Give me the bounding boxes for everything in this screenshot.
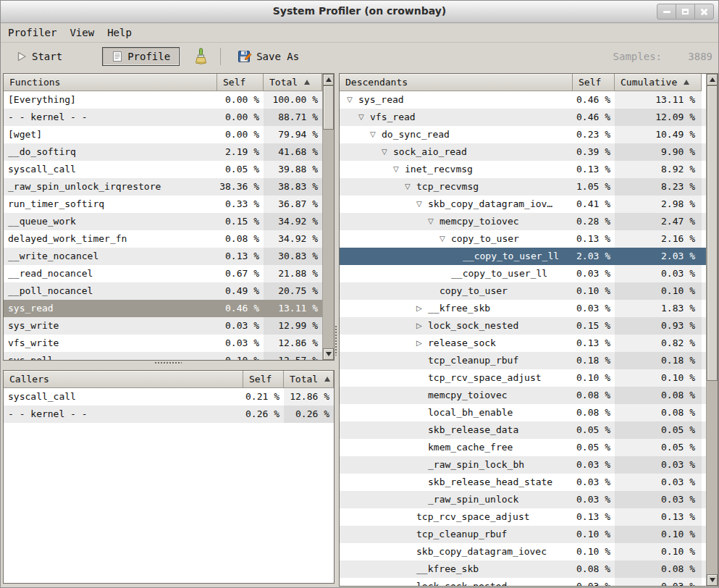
tree-row[interactable]: ▷ lock_sock_nested 0.15 % 0.93 % — [340, 317, 718, 335]
tree-row[interactable]: ▷ release_sock 0.13 % 0.82 % — [340, 335, 718, 352]
save-as-button[interactable]: Save As — [228, 46, 308, 67]
scroll-down-button[interactable] — [707, 574, 718, 586]
table-row[interactable]: __read_nocancel 0.67 % 21.88 % — [4, 265, 334, 282]
callers-header: Callers Self Total — [4, 371, 334, 388]
total-column-header[interactable]: Total — [264, 74, 322, 91]
expander-icon[interactable]: ▽ — [382, 143, 393, 161]
tree-row[interactable]: memcpy_toiovec 0.08 % 0.08 % — [340, 387, 718, 404]
vertical-splitter-handle[interactable] — [335, 325, 338, 356]
expander-icon[interactable]: ▽ — [393, 161, 405, 178]
expander-icon[interactable]: ▽ — [440, 230, 451, 248]
titlebar[interactable]: System Profiler (on crownbay) — [1, 1, 718, 23]
menu-help[interactable]: Help — [101, 24, 138, 41]
reset-button[interactable] — [188, 44, 213, 69]
tree-indent — [344, 326, 416, 327]
expander-icon[interactable]: ▷ — [416, 335, 428, 352]
tree-row[interactable]: _raw_spin_unlock 0.03 % 0.03 % — [340, 491, 718, 508]
expander-icon[interactable]: ▽ — [405, 178, 416, 196]
tree-row[interactable]: tcp_cleanup_rbuf 0.10 % 0.10 % — [340, 526, 718, 543]
toolbar: Start Profile — [1, 43, 718, 70]
tree-row[interactable]: _raw_spin_lock_bh 0.03 % 0.03 % — [340, 456, 718, 474]
descendants-scrollbar[interactable] — [706, 74, 718, 586]
table-row[interactable]: delayed_work_timer_fn 0.08 % 34.92 % — [4, 230, 334, 248]
tree-row[interactable]: copy_to_user 0.10 % 0.10 % — [340, 282, 718, 300]
table-row[interactable]: [wget] 0.00 % 79.94 % — [4, 126, 334, 143]
callers-column-header[interactable]: Callers — [4, 371, 243, 388]
self-percent: 2.03 % — [573, 248, 615, 265]
expander-icon[interactable]: ▽ — [370, 126, 382, 143]
tree-row[interactable]: ▽ copy_to_user 0.13 % 2.16 % — [340, 230, 718, 248]
table-row[interactable]: run_timer_softirq 0.33 % 36.87 % — [4, 196, 334, 213]
table-row[interactable]: syscall_call 0.21 % 12.86 % — [4, 388, 334, 406]
self-column-header[interactable]: Self — [243, 371, 284, 388]
tree-row[interactable]: lock_sock_nested 0.03 % 0.03 % — [340, 578, 718, 587]
tree-row[interactable]: tcp_rcv_space_adjust 0.10 % 0.10 % — [340, 369, 718, 387]
self-percent: 0.03 % — [217, 317, 264, 335]
tree-row[interactable]: ▽ vfs_read 0.46 % 12.09 % — [340, 109, 718, 126]
tree-row[interactable]: ▽ skb_copy_datagram_iov… 0.41 % 2.98 % — [340, 196, 718, 213]
tree-indent — [344, 378, 416, 379]
table-row[interactable]: vfs_write 0.03 % 12.86 % — [4, 335, 334, 352]
tree-row[interactable]: ▽ tcp_recvmsg 1.05 % 8.23 % — [340, 178, 718, 196]
expander-icon[interactable]: ▷ — [416, 317, 428, 335]
table-row[interactable]: - - kernel - - 0.26 % 0.26 % — [4, 406, 334, 423]
expander-icon[interactable]: ▽ — [358, 109, 370, 126]
expander-icon[interactable]: ▷ — [416, 300, 428, 317]
tree-row[interactable]: skb_copy_datagram_iovec 0.10 % 0.10 % — [340, 543, 718, 560]
horizontal-splitter-handle[interactable] — [154, 361, 182, 365]
expander-icon[interactable]: ▽ — [347, 91, 358, 109]
scrollbar-thumb[interactable] — [707, 85, 718, 381]
total-column-header[interactable]: Total — [284, 371, 334, 388]
table-row[interactable]: __queue_work 0.15 % 34.92 % — [4, 213, 334, 230]
sort-asc-icon — [684, 80, 689, 85]
table-row[interactable]: syscall_call 0.05 % 39.88 % — [4, 161, 334, 178]
table-row[interactable]: - - kernel - - 0.00 % 88.71 % — [4, 109, 334, 126]
tree-row[interactable]: __copy_to_user_ll 2.03 % 2.03 % — [340, 248, 718, 265]
table-row[interactable]: __poll_nocancel 0.49 % 20.75 % — [4, 282, 334, 300]
tree-row[interactable]: ▽ do_sync_read 0.23 % 10.49 % — [340, 126, 718, 143]
menu-profiler[interactable]: Profiler — [1, 24, 63, 41]
descendants-column-header[interactable]: Descendants — [340, 74, 573, 91]
self-percent: 0.05 % — [217, 161, 264, 178]
scroll-down-button[interactable] — [323, 348, 334, 360]
tree-row[interactable]: __copy_to_user_ll 0.03 % 0.03 % — [340, 265, 718, 282]
scroll-up-button[interactable] — [323, 74, 334, 85]
start-button[interactable]: Start — [7, 47, 72, 66]
minimize-button[interactable] — [657, 4, 676, 20]
functions-column-header[interactable]: Functions — [4, 74, 217, 91]
functions-scrollbar[interactable] — [322, 74, 334, 360]
table-row[interactable]: sys_poll 0.10 % 12.57 % — [4, 352, 334, 361]
table-row[interactable]: sys_write 0.03 % 12.99 % — [4, 317, 334, 335]
tree-row[interactable]: skb_release_data 0.05 % 0.05 % — [340, 421, 718, 439]
tree-row[interactable]: tcp_cleanup_rbuf 0.18 % 0.18 % — [340, 352, 718, 369]
tree-row[interactable]: ▽ memcpy_toiovec 0.28 % 2.47 % — [340, 213, 718, 230]
table-row[interactable]: [Everything] 0.00 % 100.00 % — [4, 91, 334, 109]
tree-row[interactable]: ▷ __kfree_skb 0.03 % 1.83 % — [340, 300, 718, 317]
expander-icon[interactable]: ▽ — [416, 196, 428, 213]
table-row[interactable]: sys_read 0.46 % 13.11 % — [4, 300, 334, 317]
maximize-button[interactable] — [676, 4, 695, 20]
tree-row[interactable]: local_bh_enable 0.08 % 0.08 % — [340, 404, 718, 421]
table-row[interactable]: __write_nocancel 0.13 % 30.83 % — [4, 248, 334, 265]
profile-toggle-button[interactable]: Profile — [102, 47, 180, 66]
brush-icon — [193, 48, 208, 65]
expander-icon[interactable]: ▽ — [428, 213, 440, 230]
cumulative-column-header[interactable]: Cumulative — [615, 74, 702, 91]
tree-row[interactable]: tcp_rcv_space_adjust 0.13 % 0.13 % — [340, 508, 718, 526]
cumulative-percent: 0.10 % — [615, 543, 702, 560]
scroll-up-button[interactable] — [707, 74, 718, 85]
tree-row[interactable]: ▽ sock_aio_read 0.39 % 9.90 % — [340, 143, 718, 161]
tree-row[interactable]: ▽ inet_recvmsg 0.13 % 8.92 % — [340, 161, 718, 178]
tree-indent — [344, 500, 416, 500]
table-row[interactable]: __do_softirq 2.19 % 41.68 % — [4, 143, 334, 161]
self-column-header[interactable]: Self — [217, 74, 264, 91]
tree-row[interactable]: __kfree_skb 0.08 % 0.08 % — [340, 560, 718, 578]
tree-row[interactable]: kmem_cache_free 0.05 % 0.05 % — [340, 439, 718, 456]
close-button[interactable] — [694, 4, 714, 20]
menu-view[interactable]: View — [63, 24, 101, 41]
tree-row[interactable]: skb_release_head_state 0.03 % 0.03 % — [340, 474, 718, 491]
tree-row[interactable]: ▽ sys_read 0.46 % 13.11 % — [340, 91, 718, 109]
scrollbar-thumb[interactable] — [323, 85, 334, 130]
self-column-header[interactable]: Self — [573, 74, 615, 91]
table-row[interactable]: _raw_spin_unlock_irqrestore 38.36 % 38.8… — [4, 178, 334, 196]
